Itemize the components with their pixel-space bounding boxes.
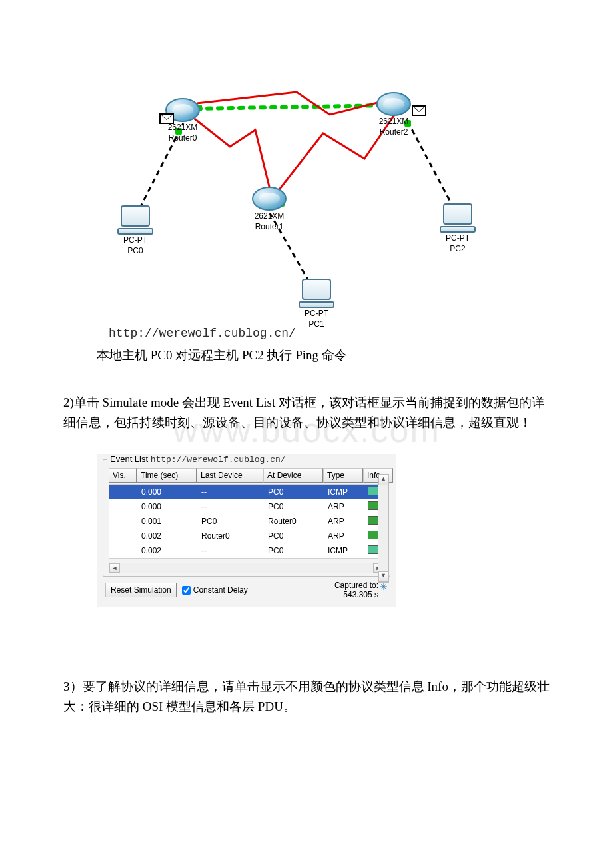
device-pc0[interactable]: PC-PT PC0 <box>115 205 155 256</box>
event-row[interactable]: 0.000 -- PC0 ICMP <box>109 485 384 499</box>
event-row[interactable]: 0.000 -- PC0 ARP <box>109 499 384 514</box>
captured-to-value: 543.305 s <box>334 590 378 599</box>
pdu-envelope-icon[interactable] <box>412 105 426 116</box>
event-body: 0.000 -- PC0 ICMP 0.000 -- PC0 ARP 0.001… <box>109 484 384 559</box>
device-name: Router0 <box>165 134 200 143</box>
cell-last: -- <box>197 487 264 497</box>
cell-time: 0.002 <box>137 546 197 555</box>
pc-icon <box>443 203 472 225</box>
asterisk-icon: ✳ <box>380 581 388 593</box>
header-type[interactable]: Type <box>323 468 363 483</box>
pc-icon <box>302 279 331 300</box>
scroll-up-icon[interactable]: ▲ <box>378 475 388 485</box>
device-model: 2621XM <box>252 212 287 221</box>
cell-last: Router0 <box>197 531 264 541</box>
event-list-legend: Event List http://werewolf.cublog.cn/ <box>107 454 394 465</box>
cell-type: ICMP <box>324 487 364 497</box>
cell-type: ARP <box>324 517 364 526</box>
device-name: Router2 <box>376 128 411 137</box>
constant-delay-input[interactable] <box>182 586 191 595</box>
device-type: PC-PT <box>438 234 478 243</box>
event-list-url: http://werewolf.cublog.cn/ <box>151 455 286 465</box>
pc-icon-base <box>117 228 153 235</box>
device-name: Router1 <box>252 223 287 232</box>
device-name: PC0 <box>115 247 155 256</box>
router-icon <box>376 92 411 116</box>
cell-last: -- <box>197 502 264 511</box>
panel-bottom: Reset Simulation Constant Delay Captured… <box>103 581 390 600</box>
paragraph-3: 3）要了解协议的详细信息，请单击显示不用颜色的协议类型信息 Info，那个功能超… <box>63 677 550 717</box>
event-headers: Vis. Time (sec) Last Device At Device Ty… <box>109 468 384 483</box>
paragraph-2: 2)单击 Simulate mode 会出现 Event List 对话框，该对… <box>63 393 550 433</box>
device-pc1[interactable]: PC-PT PC1 <box>297 279 336 329</box>
pc-icon-base <box>299 301 334 308</box>
cell-last: -- <box>197 546 264 555</box>
captured-to: Captured to: 543.305 s ✳ <box>334 581 388 600</box>
cell-time: 0.000 <box>137 502 197 511</box>
header-vis[interactable]: Vis. <box>109 468 137 483</box>
scroll-left-icon[interactable]: ◄ <box>109 563 120 573</box>
event-row[interactable]: 0.002 Router0 PC0 ARP <box>109 529 384 543</box>
device-pc2[interactable]: PC-PT PC2 <box>438 203 478 254</box>
event-row[interactable]: 0.001 PC0 Router0 ARP <box>109 514 384 529</box>
horizontal-scrollbar[interactable]: ◄► <box>103 563 390 576</box>
device-name: PC2 <box>438 245 478 254</box>
device-name: PC1 <box>297 320 336 329</box>
cell-at: PC0 <box>264 531 324 541</box>
cell-at: Router0 <box>264 517 324 526</box>
constant-delay-checkbox[interactable]: Constant Delay <box>182 585 248 595</box>
cell-at: PC0 <box>264 487 324 497</box>
device-model: 2621XM <box>165 123 200 133</box>
pc-icon-base <box>440 226 476 233</box>
cell-type: ICMP <box>324 546 364 555</box>
device-router1[interactable]: 2621XM Router1 <box>252 187 287 232</box>
router-icon <box>252 187 287 211</box>
diagram-caption: 本地主机 PC0 对远程主机 PC2 执行 Ping 命令 <box>97 347 347 364</box>
event-list-panel: Event List http://werewolf.cublog.cn/ Vi… <box>97 453 396 607</box>
header-last[interactable]: Last Device <box>197 468 263 483</box>
cell-type: ARP <box>324 502 364 511</box>
cell-at: PC0 <box>264 546 324 555</box>
diagram-url: http://werewolf.cublog.cn/ <box>109 327 296 340</box>
vertical-scrollbar[interactable]: ▲ ▼ <box>378 474 389 583</box>
cell-at: PC0 <box>264 502 324 511</box>
device-model: 2621XM <box>376 117 411 127</box>
pc-icon <box>121 205 150 227</box>
captured-to-label: Captured to: <box>334 581 378 590</box>
event-list-title: Event List <box>110 454 148 464</box>
cell-time: 0.002 <box>137 531 197 541</box>
device-type: PC-PT <box>297 309 336 319</box>
cell-type: ARP <box>324 531 364 541</box>
device-router2[interactable]: 2621XM Router2 <box>376 92 411 137</box>
constant-delay-label: Constant Delay <box>193 585 248 595</box>
reset-simulation-button[interactable]: Reset Simulation <box>105 583 177 597</box>
event-row[interactable]: 0.002 -- PC0 ICMP <box>109 543 384 558</box>
pdu-envelope-icon[interactable] <box>159 113 174 124</box>
device-type: PC-PT <box>115 236 155 245</box>
header-at[interactable]: At Device <box>263 468 323 483</box>
cell-time: 0.000 <box>137 487 197 497</box>
header-time[interactable]: Time (sec) <box>137 468 197 483</box>
network-diagram: 2621XM Router0 2621XM Router1 2621XM Rou… <box>103 67 490 343</box>
cell-last: PC0 <box>197 517 264 526</box>
cell-time: 0.001 <box>137 517 197 526</box>
